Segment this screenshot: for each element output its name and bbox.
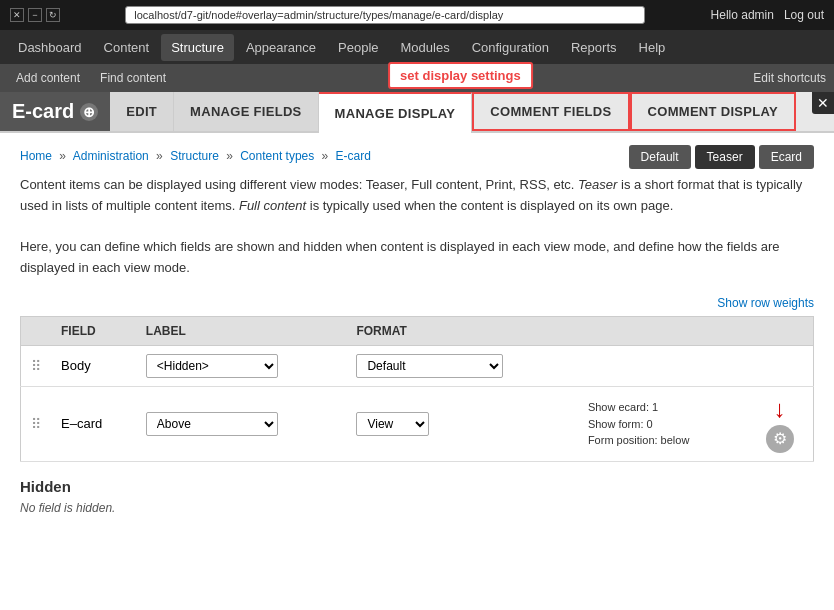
view-mode-teaser[interactable]: Teaser <box>695 145 755 169</box>
user-info: Hello admin Log out <box>711 8 824 22</box>
gear-button-ecard[interactable]: ⚙ <box>766 425 794 453</box>
col-field <box>21 316 52 345</box>
breadcrumb-home[interactable]: Home <box>20 149 52 163</box>
refresh-button[interactable]: ↻ <box>46 8 60 22</box>
field-label-ecard: <Hidden> Above Inline - Visually Hidden … <box>136 386 347 461</box>
view-mode-buttons: Default Teaser Ecard <box>629 145 814 169</box>
col-extra <box>578 316 814 345</box>
nav-appearance[interactable]: Appearance <box>236 34 326 61</box>
view-mode-ecard[interactable]: Ecard <box>759 145 814 169</box>
field-format-body: Default Trimmed Summary or trimmed <box>346 345 577 386</box>
main-nav: Dashboard Content Structure Appearance P… <box>0 30 834 64</box>
tab-comment-display[interactable]: COMMENT DISPLAY <box>630 92 796 131</box>
red-arrow-icon: ↓ <box>774 395 786 423</box>
ecard-info-text: Show ecard: 1 Show form: 0 Form position… <box>588 399 736 449</box>
view-mode-default[interactable]: Default <box>629 145 691 169</box>
drag-icon-ecard: ⠿ <box>31 416 41 432</box>
description-block: Content items can be displayed using dif… <box>20 175 814 279</box>
drag-icon-body: ⠿ <box>31 358 41 374</box>
field-name-ecard: E–card <box>51 386 136 461</box>
hello-text: Hello admin <box>711 8 774 22</box>
tab-manage-fields[interactable]: MANAGE FIELDS <box>174 92 319 131</box>
breadcrumb-structure[interactable]: Structure <box>170 149 219 163</box>
breadcrumb-administration[interactable]: Administration <box>73 149 149 163</box>
drag-handle-body[interactable]: ⠿ <box>21 345 52 386</box>
address-bar[interactable]: localhost/d7-git/node#overlay=admin/stru… <box>125 6 645 24</box>
table-header-row: FIELD LABEL FORMAT <box>21 316 814 345</box>
format-select-body[interactable]: Default Trimmed Summary or trimmed <box>356 354 503 378</box>
drag-handle-ecard[interactable]: ⠿ <box>21 386 52 461</box>
window-bar: ✕ − ↻ localhost/d7-git/node#overlay=admi… <box>0 0 834 30</box>
nav-content[interactable]: Content <box>94 34 160 61</box>
nav-structure[interactable]: Structure <box>161 34 234 61</box>
tab-comment-fields[interactable]: COMMENT FIELDS <box>472 92 629 131</box>
fields-table: FIELD LABEL FORMAT ⠿ Body <Hidden> Above… <box>20 316 814 462</box>
breadcrumb-content-types[interactable]: Content types <box>240 149 314 163</box>
hidden-section-title: Hidden <box>20 478 814 495</box>
description-para1: Content items can be displayed using dif… <box>20 175 814 217</box>
nav-help[interactable]: Help <box>629 34 676 61</box>
description-para2: Here, you can define which fields are sh… <box>20 237 814 279</box>
field-action-ecard: ↓ ⚙ <box>746 386 813 461</box>
breadcrumb-sep-1: » <box>59 149 66 163</box>
breadcrumb-sep-3: » <box>226 149 233 163</box>
table-row: ⠿ E–card <Hidden> Above Inline - Visuall… <box>21 386 814 461</box>
table-row: ⠿ Body <Hidden> Above Inline - Visually … <box>21 345 814 386</box>
content-type-header: set display settings E-card ⊕ EDIT MANAG… <box>0 92 834 133</box>
label-select-body[interactable]: <Hidden> Above Inline - Visually Hidden … <box>146 354 278 378</box>
breadcrumb-sep-4: » <box>322 149 329 163</box>
hidden-section-text: No field is hidden. <box>20 501 814 515</box>
nav-reports[interactable]: Reports <box>561 34 627 61</box>
window-controls[interactable]: ✕ − ↻ <box>10 8 60 22</box>
main-content: Default Teaser Ecard Home » Administrati… <box>0 133 834 531</box>
format-select-ecard[interactable]: View Default Hidden <box>356 412 429 436</box>
show-row-weights-link[interactable]: Show row weights <box>717 296 814 310</box>
nav-configuration[interactable]: Configuration <box>462 34 559 61</box>
nav-people[interactable]: People <box>328 34 388 61</box>
nav-modules[interactable]: Modules <box>391 34 460 61</box>
add-content-link[interactable]: Add content <box>8 67 88 89</box>
content-type-name: E-card <box>12 100 74 123</box>
hidden-section: Hidden No field is hidden. <box>20 478 814 515</box>
add-content-type-icon[interactable]: ⊕ <box>80 103 98 121</box>
tab-manage-display[interactable]: MANAGE DISPLAY <box>319 92 473 133</box>
close-window-button[interactable]: ✕ <box>10 8 24 22</box>
minimize-button[interactable]: − <box>28 8 42 22</box>
breadcrumb-sep-2: » <box>156 149 163 163</box>
field-format-ecard: View Default Hidden <box>346 386 577 461</box>
edit-shortcuts[interactable]: Edit shortcuts <box>753 71 826 85</box>
breadcrumb-ecard[interactable]: E-card <box>336 149 371 163</box>
col-field-label: FIELD <box>51 316 136 345</box>
close-overlay-button[interactable]: ✕ <box>812 92 834 114</box>
breadcrumb-row: Default Teaser Ecard Home » Administrati… <box>20 149 814 175</box>
tab-edit[interactable]: EDIT <box>110 92 174 131</box>
field-label-body: <Hidden> Above Inline - Visually Hidden … <box>136 345 347 386</box>
label-select-ecard[interactable]: <Hidden> Above Inline - Visually Hidden … <box>146 412 278 436</box>
field-name-body: Body <box>51 345 136 386</box>
content-type-brand: E-card ⊕ <box>0 92 110 131</box>
nav-dashboard[interactable]: Dashboard <box>8 34 92 61</box>
show-row-weights-container: Show row weights <box>20 295 814 310</box>
field-info-ecard: Show ecard: 1 Show form: 0 Form position… <box>578 386 746 461</box>
field-action-body <box>746 345 813 386</box>
content-type-tabs: EDIT MANAGE FIELDS MANAGE DISPLAY COMMEN… <box>110 92 796 131</box>
col-label: LABEL <box>136 316 347 345</box>
logout-link[interactable]: Log out <box>784 8 824 22</box>
field-info-body <box>578 345 746 386</box>
secondary-nav: Add content Find content Edit shortcuts <box>0 64 834 92</box>
col-format: FORMAT <box>346 316 577 345</box>
find-content-link[interactable]: Find content <box>92 67 174 89</box>
